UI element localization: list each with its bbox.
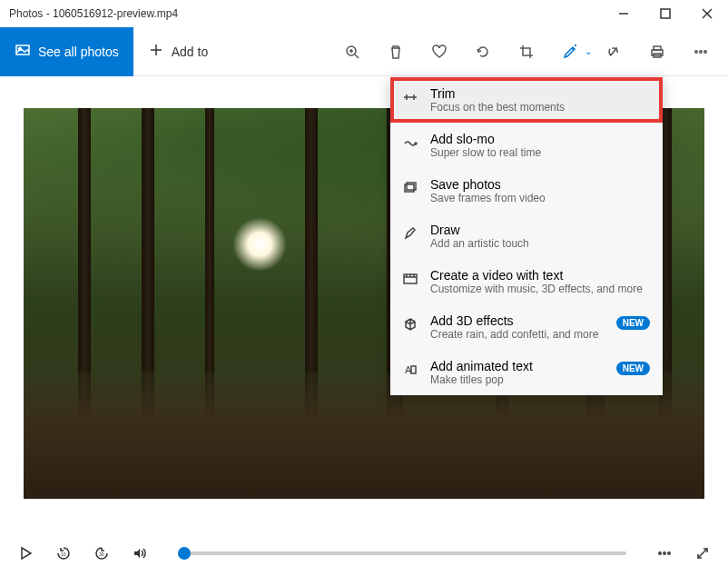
video-text-icon: [401, 270, 419, 288]
svg-point-17: [704, 50, 706, 52]
titlebar: Photos - 1060516912-preview.mp4: [0, 0, 728, 27]
playback-controls: 10 30: [0, 531, 728, 576]
menu-title: Draw: [430, 223, 650, 237]
svg-rect-30: [411, 366, 416, 373]
add-to-button[interactable]: Add to: [133, 27, 222, 76]
maximize-button[interactable]: [644, 0, 686, 27]
menu-item-slomo[interactable]: Add slo-mo Super slow to real time: [390, 123, 663, 168]
close-button[interactable]: [686, 0, 728, 27]
more-controls-button[interactable]: [655, 544, 674, 562]
menu-subtitle: Focus on the best moments: [430, 101, 650, 114]
menu-item-draw[interactable]: Draw Add an artistic touch: [390, 214, 663, 259]
slomo-icon: [401, 134, 419, 152]
minimize-button[interactable]: [603, 0, 644, 27]
play-button[interactable]: [16, 544, 34, 562]
menu-title: Trim: [430, 86, 650, 101]
menu-title: Add 3D effects: [430, 313, 605, 328]
svg-text:30: 30: [99, 551, 104, 557]
menu-subtitle: Customize with music, 3D effects, and mo…: [430, 283, 650, 295]
draw-icon: [401, 224, 419, 243]
animated-text-icon: A: [401, 361, 419, 379]
photos-icon: [15, 42, 31, 61]
see-all-photos-button[interactable]: See all photos: [0, 27, 133, 76]
menu-item-animated-text[interactable]: A Add animated text Make titles pop NEW: [390, 350, 663, 395]
edit-dropdown: Trim Focus on the best moments Add slo-m…: [390, 77, 663, 395]
trim-icon: [401, 88, 419, 106]
svg-line-38: [698, 549, 707, 558]
effects-3d-icon: [401, 315, 419, 333]
menu-subtitle: Create rain, add confetti, and more: [430, 328, 605, 341]
menu-title: Add slo-mo: [430, 132, 650, 146]
toolbar: See all photos Add to ⌄: [0, 27, 728, 76]
svg-text:10: 10: [61, 551, 66, 557]
see-all-label: See all photos: [38, 45, 119, 59]
skip-forward-button[interactable]: 30: [93, 544, 111, 562]
edit-create-button[interactable]: ⌄: [561, 43, 579, 61]
svg-point-35: [659, 552, 661, 554]
svg-marker-31: [22, 548, 31, 559]
menu-subtitle: Super slow to real time: [430, 146, 650, 159]
zoom-icon[interactable]: [343, 43, 361, 61]
volume-button[interactable]: [131, 544, 149, 562]
favorite-icon[interactable]: [430, 43, 448, 61]
menu-title: Create a video with text: [430, 268, 650, 283]
menu-item-3d-effects[interactable]: Add 3D effects Create rain, add confetti…: [390, 304, 663, 350]
save-photos-icon: [401, 179, 419, 197]
fullscreen-button[interactable]: [694, 544, 712, 562]
menu-subtitle: Save frames from video: [430, 192, 650, 204]
menu-subtitle: Add an artistic touch: [430, 237, 650, 250]
menu-item-video-text[interactable]: Create a video with text Customize with …: [390, 259, 663, 304]
svg-point-16: [700, 50, 702, 52]
plus-icon: [148, 42, 164, 61]
svg-line-9: [355, 55, 359, 58]
svg-marker-34: [134, 549, 140, 558]
print-icon[interactable]: [648, 43, 666, 61]
seek-thumb[interactable]: [178, 547, 191, 560]
delete-icon[interactable]: [387, 43, 405, 61]
menu-item-trim[interactable]: Trim Focus on the best moments: [390, 77, 663, 123]
svg-point-15: [695, 50, 697, 52]
menu-title: Save photos: [430, 177, 650, 192]
menu-subtitle: Make titles pop: [430, 373, 605, 386]
rotate-icon[interactable]: [474, 43, 492, 61]
seek-slider[interactable]: [178, 551, 626, 555]
new-badge: NEW: [616, 362, 650, 375]
svg-point-36: [664, 552, 665, 554]
window-title: Photos - 1060516912-preview.mp4: [9, 7, 178, 20]
new-badge: NEW: [616, 316, 650, 330]
skip-back-button[interactable]: 10: [54, 544, 73, 562]
svg-point-37: [668, 552, 670, 554]
menu-title: Add animated text: [430, 359, 605, 373]
chevron-down-icon: ⌄: [585, 46, 592, 56]
svg-rect-1: [661, 9, 670, 18]
crop-icon[interactable]: [517, 43, 536, 61]
menu-item-save-photos[interactable]: Save photos Save frames from video: [390, 168, 663, 214]
add-to-label: Add to: [172, 45, 208, 59]
share-icon[interactable]: [605, 43, 623, 61]
more-icon[interactable]: [692, 43, 710, 61]
